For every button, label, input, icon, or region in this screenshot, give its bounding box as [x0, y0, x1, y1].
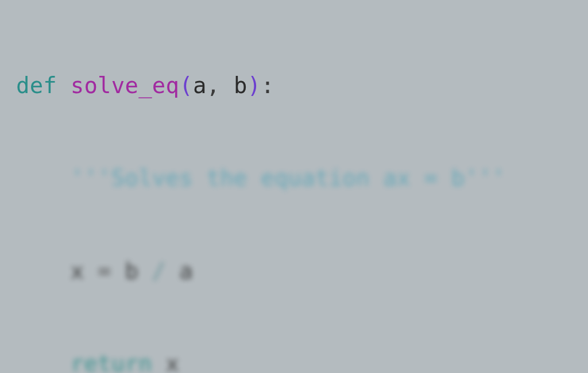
- docstring: '''Solves the equation ax = b''': [71, 165, 506, 191]
- equals: =: [98, 258, 125, 284]
- divide: /: [152, 258, 179, 284]
- param-a: a: [193, 72, 207, 98]
- var-b: b: [125, 258, 152, 284]
- code-line-2: '''Solves the equation ax = b''': [0, 163, 588, 194]
- paren-open: (: [179, 72, 193, 98]
- colon: :: [261, 72, 274, 98]
- param-b: b: [234, 72, 247, 98]
- keyword-def: def: [16, 72, 71, 98]
- comma: ,: [207, 72, 234, 98]
- keyword-return: return: [71, 351, 166, 373]
- function-name: solve_eq: [71, 72, 179, 98]
- paren-close: ): [247, 72, 261, 98]
- code-line-1: def solve_eq(a, b):: [0, 70, 588, 101]
- code-line-4: return x: [0, 348, 588, 373]
- var-x: x: [166, 351, 180, 373]
- var-a: a: [179, 258, 193, 284]
- code-line-3: x = b / a: [0, 256, 588, 287]
- var-x: x: [71, 258, 98, 284]
- code-editor[interactable]: def solve_eq(a, b): '''Solves the equati…: [0, 0, 588, 373]
